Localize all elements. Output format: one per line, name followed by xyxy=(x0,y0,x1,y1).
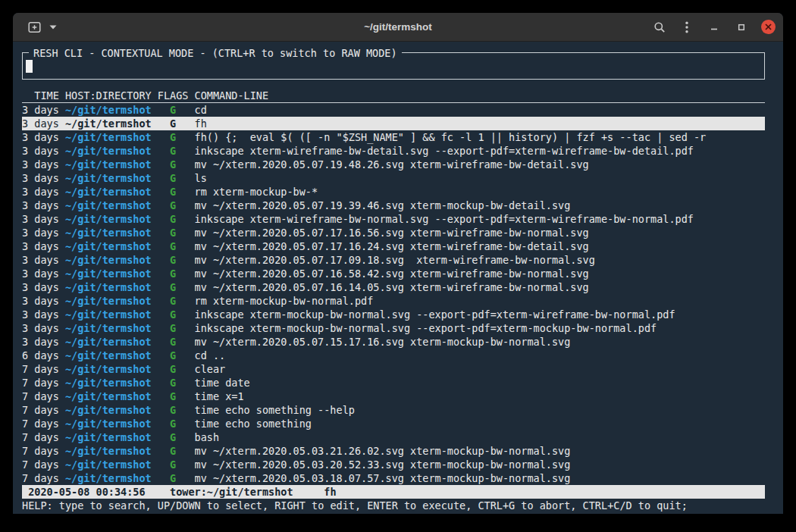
history-directory: ~/git/termshot xyxy=(65,349,158,362)
history-command: rm xterm-mockup-bw-* xyxy=(195,185,765,199)
search-input[interactable]: RESH CLI - CONTEXTUAL MODE - (CTRL+R to … xyxy=(22,52,765,80)
terminal-window: ~/git/termshot xyxy=(13,13,783,514)
history-command: inkscape xterm-mockup-bw-normal.svg --ex… xyxy=(195,308,765,321)
history-row[interactable]: 7 days~/git/termshotGtime x=1 xyxy=(22,390,765,403)
search-button[interactable] xyxy=(649,17,670,38)
history-command: fh xyxy=(195,117,765,130)
history-flags: G xyxy=(158,308,195,321)
search-frame-title: RESH CLI - CONTEXTUAL MODE - (CTRL+R to … xyxy=(29,46,402,60)
history-time: 6 days xyxy=(22,349,65,362)
history-row[interactable]: 3 days~/git/termshotGmv ~/xterm.2020.05.… xyxy=(22,158,765,171)
history-row[interactable]: 3 days~/git/termshotGmv ~/xterm.2020.05.… xyxy=(22,335,765,349)
history-flags: G xyxy=(158,362,195,376)
desktop-background: ~/git/termshot xyxy=(0,0,796,532)
history-row[interactable]: 7 days~/git/termshotGmv ~/xterm.2020.05.… xyxy=(22,444,765,458)
history-directory: ~/git/termshot xyxy=(65,376,158,390)
history-flags: G xyxy=(158,171,195,185)
history-row[interactable]: 3 days~/git/termshotGcd xyxy=(22,103,765,117)
history-row[interactable]: 6 days~/git/termshotGcd .. xyxy=(22,349,765,362)
history-row[interactable]: 3 days~/git/termshotGinkscape xterm-mock… xyxy=(22,321,765,335)
history-flags: G xyxy=(158,335,195,349)
minimize-button[interactable] xyxy=(704,17,725,38)
history-row[interactable]: 7 days~/git/termshotGtime date xyxy=(22,376,765,390)
history-row[interactable]: 3 days~/git/termshotGmv ~/xterm.2020.05.… xyxy=(22,239,765,253)
titlebar-right-controls xyxy=(649,17,776,38)
history-directory: ~/git/termshot xyxy=(65,158,158,171)
history-flags: G xyxy=(158,130,195,144)
history-row[interactable]: 3 days~/git/termshotGmv ~/xterm.2020.05.… xyxy=(22,280,765,294)
history-row[interactable]: 3 days~/git/termshotGrm xterm-mockup-bw-… xyxy=(22,294,765,308)
history-row[interactable]: 3 days~/git/termshotGinkscape xterm-wire… xyxy=(22,212,765,226)
history-time: 3 days xyxy=(22,226,65,239)
search-icon xyxy=(653,21,666,33)
history-row[interactable]: 3 days~/git/termshotGinkscape xterm-mock… xyxy=(22,308,765,321)
status-datetime: 2020-05-08 00:34:56 xyxy=(22,486,146,498)
history-row[interactable]: 3 days~/git/termshotGfh xyxy=(22,117,765,130)
history-row[interactable]: 7 days~/git/termshotGmv ~/xterm.2020.05.… xyxy=(22,458,765,471)
history-command: cd .. xyxy=(195,349,765,362)
history-time: 7 days xyxy=(22,403,65,417)
history-directory: ~/git/termshot xyxy=(65,471,158,485)
history-flags: G xyxy=(158,226,195,239)
history-row[interactable]: 3 days~/git/termshotGfh() {; eval $( ([ … xyxy=(22,130,765,144)
close-button[interactable] xyxy=(761,20,776,34)
history-command: mv ~/xterm.2020.05.03.18.07.57.svg xterm… xyxy=(195,471,765,485)
history-row[interactable]: 3 days~/git/termshotGmv ~/xterm.2020.05.… xyxy=(22,226,765,239)
history-command: clear xyxy=(195,362,765,376)
history-time: 7 days xyxy=(22,362,65,376)
history-row[interactable]: 7 days~/git/termshotGmv ~/xterm.2020.05.… xyxy=(22,471,765,485)
new-tab-button[interactable] xyxy=(24,17,45,38)
history-directory: ~/git/termshot xyxy=(65,253,158,267)
restore-button[interactable] xyxy=(731,17,752,38)
new-tab-icon xyxy=(28,21,41,33)
history-command: cd xyxy=(195,103,765,117)
history-command: mv ~/xterm.2020.05.07.16.58.42.svg xterm… xyxy=(195,267,765,280)
history-directory: ~/git/termshot xyxy=(65,430,158,444)
history-command: mv ~/xterm.2020.05.07.17.16.56.svg xterm… xyxy=(195,226,765,239)
history-command: mv ~/xterm.2020.05.07.19.48.26.svg xterm… xyxy=(195,158,765,171)
history-time: 3 days xyxy=(22,280,65,294)
history-time: 3 days xyxy=(22,321,65,335)
history-time: 7 days xyxy=(22,458,65,471)
history-time: 3 days xyxy=(22,308,65,321)
history-command: rm xterm-mockup-bw-normal.pdf xyxy=(195,294,765,308)
history-row[interactable]: 3 days~/git/termshotGmv ~/xterm.2020.05.… xyxy=(22,199,765,212)
history-time: 3 days xyxy=(22,239,65,253)
history-row[interactable]: 7 days~/git/termshotGbash xyxy=(22,430,765,444)
history-row[interactable]: 3 days~/git/termshotGls xyxy=(22,171,765,185)
menu-button[interactable] xyxy=(676,17,697,38)
history-time: 3 days xyxy=(22,144,65,158)
history-directory: ~/git/termshot xyxy=(65,130,158,144)
history-row[interactable]: 7 days~/git/termshotGclear xyxy=(22,362,765,376)
history-flags: G xyxy=(158,294,195,308)
history-time: 3 days xyxy=(22,335,65,349)
history-row[interactable]: 3 days~/git/termshotGinkscape xterm-wire… xyxy=(22,144,765,158)
text-cursor xyxy=(26,60,33,73)
history-row[interactable]: 3 days~/git/termshotGmv ~/xterm.2020.05.… xyxy=(22,253,765,267)
history-time: 7 days xyxy=(22,376,65,390)
history-flags: G xyxy=(158,117,195,130)
history-row[interactable]: 3 days~/git/termshotGmv ~/xterm.2020.05.… xyxy=(22,267,765,280)
history-list: 3 days~/git/termshotGcd3 days~/git/terms… xyxy=(22,103,765,485)
history-command: mv ~/xterm.2020.05.03.20.52.33.svg xterm… xyxy=(195,458,765,471)
profile-dropdown-button[interactable] xyxy=(46,17,60,38)
status-host-directory: tower:~/git/termshot xyxy=(146,486,293,498)
history-flags: G xyxy=(158,471,195,485)
history-command: mv ~/xterm.2020.05.03.21.26.02.svg xterm… xyxy=(195,444,765,458)
history-flags: G xyxy=(158,349,195,362)
history-directory: ~/git/termshot xyxy=(65,185,158,199)
history-directory: ~/git/termshot xyxy=(65,458,158,471)
history-directory: ~/git/termshot xyxy=(65,199,158,212)
history-directory: ~/git/termshot xyxy=(65,267,158,280)
history-flags: G xyxy=(158,212,195,226)
history-flags: G xyxy=(158,444,195,458)
history-flags: G xyxy=(158,280,195,294)
history-row[interactable]: 7 days~/git/termshotGtime echo something xyxy=(22,417,765,430)
history-time: 3 days xyxy=(22,158,65,171)
history-row[interactable]: 3 days~/git/termshotGrm xterm-mockup-bw-… xyxy=(22,185,765,199)
history-directory: ~/git/termshot xyxy=(65,280,158,294)
history-flags: G xyxy=(158,103,195,117)
history-flags: G xyxy=(158,390,195,403)
history-row[interactable]: 7 days~/git/termshotGtime echo something… xyxy=(22,403,765,417)
history-time: 7 days xyxy=(22,444,65,458)
